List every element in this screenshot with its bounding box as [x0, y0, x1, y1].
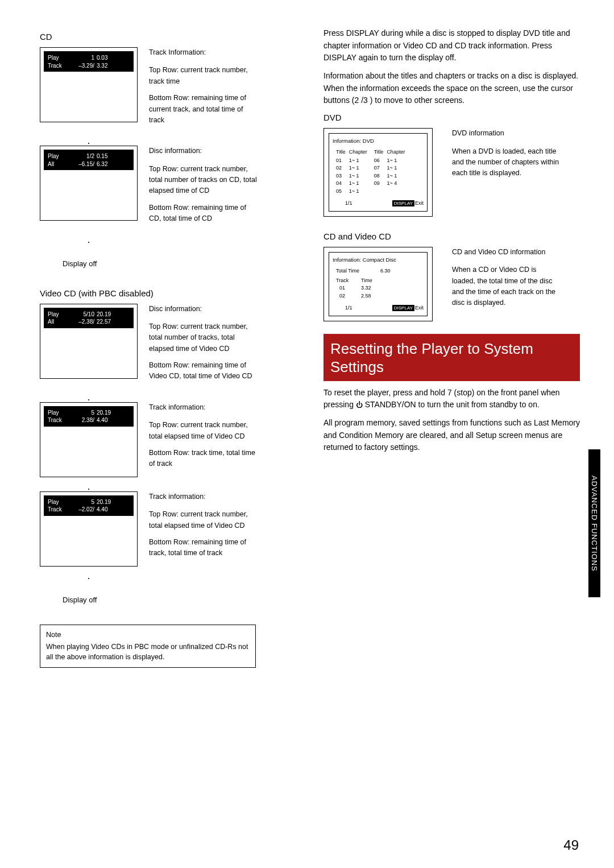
- down-caret-icon: .: [40, 391, 138, 403]
- reset-para-2: All program memory, saved settings from …: [323, 417, 580, 454]
- display-vcd-track-remaining: Play520.19 Track–2.02/4.40: [40, 491, 138, 567]
- dvd-heading: DVD: [323, 113, 580, 122]
- desc-cd-disc: Disc information: Top Row: current track…: [149, 146, 257, 230]
- intro-para-1: Press DISPLAY during while a disc is sto…: [323, 27, 580, 64]
- note-box: Note When playing Video CDs in PBC mode …: [40, 625, 256, 668]
- info-screen-cd: Information: Compact Disc Total Time 6.3…: [323, 247, 433, 321]
- desc-vcd-track-elapsed: Track information: Top Row: current trac…: [149, 402, 257, 476]
- cd-vcd-heading: CD and Video CD: [323, 232, 580, 241]
- display-cd-track: Play10.03 Track–3.29/3.32: [40, 47, 138, 122]
- power-icon: [356, 400, 363, 409]
- desc-vcd-track-remaining: Track information: Top Row: current trac…: [149, 491, 257, 565]
- desc-vcd-disc: Disc information: Top Row: current track…: [149, 304, 257, 388]
- desc-cd-info: CD and Video CD information When a CD or…: [452, 247, 560, 309]
- desc-dvd-info: DVD information When a DVD is loaded, ea…: [452, 128, 560, 179]
- cd-heading: CD: [40, 32, 296, 42]
- display-vcd-track-elapsed: Play520.19 Track2.38/4.40: [40, 402, 138, 477]
- vcd-heading: Video CD (with PBC disabled): [40, 288, 296, 298]
- down-caret-icon: .: [40, 234, 138, 246]
- info-screen-dvd: Information: DVD Title 0102030405 Chapte…: [323, 128, 433, 217]
- display-cd-disc: Play1/20.15 All–6.15/6.32: [40, 146, 138, 221]
- display-off-label: Display off: [63, 259, 296, 268]
- down-caret-icon: .: [40, 135, 138, 147]
- reset-para-1: To reset the player, press and hold 7 (s…: [323, 387, 580, 411]
- down-caret-icon: .: [40, 570, 138, 582]
- side-tab-advanced-functions: ADVANCED FUNCTIONS: [588, 449, 600, 597]
- down-caret-icon: .: [40, 481, 138, 493]
- page-number: 49: [563, 837, 579, 853]
- desc-cd-track: Track Information: Top Row: current trac…: [149, 47, 257, 131]
- display-vcd-disc: Play5/1020.19 All–2.38/22.57: [40, 304, 138, 379]
- intro-para-2: Information about the titles and chapter…: [323, 70, 580, 107]
- display-off-label-2: Display off: [63, 596, 296, 604]
- section-banner: Resetting the Player to System Settings: [323, 334, 580, 381]
